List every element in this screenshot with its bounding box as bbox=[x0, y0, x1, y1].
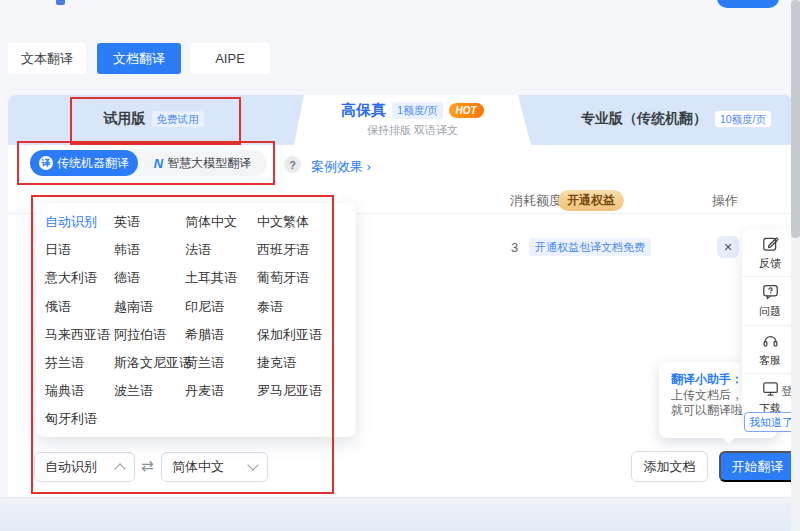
version-tab-hifi[interactable]: 高保真 1额度/页 HOT 保持排版 双语译文 bbox=[294, 95, 531, 145]
version-tab-pro[interactable]: 专业版（传统机翻） 10额度/页 bbox=[560, 95, 792, 143]
add-document-button[interactable]: 添加文档 bbox=[631, 451, 708, 482]
hifi-subtitle: 保持排版 双语译文 bbox=[294, 123, 531, 138]
engine-traditional-label: 传统机器翻译 bbox=[57, 155, 129, 172]
example-effect-link[interactable]: 案例效果 › bbox=[311, 158, 371, 176]
tooltip-confirm-button[interactable]: 我知道了 bbox=[744, 412, 798, 432]
tooltip-line2: 就可以翻译啦 bbox=[671, 402, 743, 419]
hot-badge: HOT bbox=[449, 103, 484, 118]
rail-label-question: 问题 bbox=[759, 304, 781, 319]
chevron-up-icon bbox=[114, 463, 125, 474]
rail-label-support: 客服 bbox=[759, 353, 781, 368]
language-option[interactable]: 捷克语 bbox=[257, 354, 356, 372]
language-option[interactable]: 马来西亚语 bbox=[45, 326, 114, 344]
language-option[interactable]: 丹麦语 bbox=[185, 382, 257, 400]
language-option[interactable]: 印尼语 bbox=[185, 298, 257, 316]
row-benefit-link[interactable]: 开通权益包译文档免费 bbox=[529, 238, 651, 256]
language-option[interactable]: 法语 bbox=[185, 241, 257, 259]
tab-aipe[interactable]: AIPE bbox=[190, 43, 270, 74]
monitor-icon bbox=[761, 379, 780, 398]
footer-strip bbox=[0, 497, 800, 531]
scrollbar-track[interactable] bbox=[791, 0, 800, 531]
target-language-select[interactable]: 简体中文 bbox=[161, 452, 268, 482]
language-dropdown-panel: 自动识别英语简体中文中文繁体日语韩语法语西班牙语意大利语德语土耳其语葡萄牙语俄语… bbox=[36, 203, 356, 437]
language-option[interactable]: 意大利语 bbox=[45, 269, 114, 287]
headset-icon bbox=[761, 331, 780, 350]
pro-quota-badge: 10额度/页 bbox=[715, 111, 771, 128]
language-option[interactable]: 斯洛文尼亚语 bbox=[114, 354, 185, 372]
llm-n-icon: N bbox=[154, 156, 163, 171]
header-action: 操作 bbox=[712, 192, 738, 210]
language-option[interactable]: 自动识别 bbox=[45, 213, 114, 231]
engine-toggle-group: 译 传统机器翻译 N 智慧大模型翻译 bbox=[30, 150, 267, 176]
language-option[interactable]: 芬兰语 bbox=[45, 354, 114, 372]
rail-item-support[interactable]: 客服 bbox=[742, 325, 798, 373]
chevron-down-icon bbox=[247, 459, 258, 470]
language-option[interactable]: 阿拉伯语 bbox=[114, 326, 185, 344]
rail-item-question[interactable]: 问题 bbox=[742, 276, 798, 324]
language-option[interactable]: 土耳其语 bbox=[185, 269, 257, 287]
language-option[interactable]: 波兰语 bbox=[114, 382, 185, 400]
engine-llm-smart[interactable]: N 智慧大模型翻译 bbox=[138, 150, 267, 176]
language-option[interactable]: 荷兰语 bbox=[185, 354, 257, 372]
source-language-select[interactable]: 自动识别 bbox=[34, 452, 135, 482]
trial-title: 试用版 bbox=[104, 110, 146, 128]
document-translation-page: 文本翻译 文档翻译 AIPE 试用版 免费试用 高保真 1额度/页 HOT 保持… bbox=[0, 0, 800, 531]
source-language-value: 自动识别 bbox=[45, 458, 97, 476]
language-option[interactable]: 韩语 bbox=[114, 241, 185, 259]
cut-off-logo-fragment bbox=[56, 0, 65, 5]
translate-disc-icon: 译 bbox=[39, 156, 53, 170]
tooltip-title: 翻译小助手： bbox=[671, 371, 743, 388]
language-option[interactable]: 保加利亚语 bbox=[257, 326, 356, 344]
start-translate-button[interactable]: 开始翻译 bbox=[719, 451, 796, 482]
cut-off-top-button[interactable] bbox=[717, 0, 779, 8]
hifi-quota-badge: 1额度/页 bbox=[392, 102, 442, 119]
hifi-title: 高保真 bbox=[341, 101, 386, 120]
help-icon[interactable]: ? bbox=[284, 156, 301, 173]
open-benefits-badge[interactable]: 开通权益 bbox=[558, 190, 624, 211]
header-quota: 消耗额度 bbox=[510, 192, 562, 210]
language-option[interactable]: 简体中文 bbox=[185, 213, 257, 231]
rail-item-feedback[interactable]: 反馈 bbox=[742, 229, 798, 276]
edit-icon bbox=[761, 234, 780, 253]
swap-languages-icon[interactable]: ⇄ bbox=[141, 457, 154, 475]
trial-free-badge: 免费试用 bbox=[152, 111, 204, 128]
language-option[interactable]: 瑞典语 bbox=[45, 382, 114, 400]
engine-traditional-mt[interactable]: 译 传统机器翻译 bbox=[30, 150, 138, 176]
language-option[interactable]: 中文繁体 bbox=[257, 213, 356, 231]
engine-llm-label: 智慧大模型翻译 bbox=[167, 155, 251, 172]
language-option[interactable]: 俄语 bbox=[45, 298, 114, 316]
language-option[interactable]: 罗马尼亚语 bbox=[257, 382, 356, 400]
scrollbar-thumb[interactable] bbox=[791, 0, 800, 238]
question-bubble-icon bbox=[761, 282, 780, 301]
language-option[interactable]: 希腊语 bbox=[185, 326, 257, 344]
language-option[interactable]: 葡萄牙语 bbox=[257, 269, 356, 287]
language-option[interactable]: 英语 bbox=[114, 213, 185, 231]
row-quota-value: 3 bbox=[511, 240, 518, 255]
language-option[interactable]: 匈牙利语 bbox=[45, 410, 114, 428]
tab-text-translation[interactable]: 文本翻译 bbox=[8, 43, 86, 74]
remove-file-button[interactable]: × bbox=[717, 236, 739, 258]
language-option[interactable]: 日语 bbox=[45, 241, 114, 259]
language-option[interactable]: 越南语 bbox=[114, 298, 185, 316]
pro-title: 专业版（传统机翻） bbox=[581, 110, 707, 128]
version-tab-trial[interactable]: 试用版 免费试用 bbox=[70, 95, 237, 143]
language-grid: 自动识别英语简体中文中文繁体日语韩语法语西班牙语意大利语德语土耳其语葡萄牙语俄语… bbox=[36, 203, 356, 434]
target-language-value: 简体中文 bbox=[172, 458, 224, 476]
tab-document-translation[interactable]: 文档翻译 bbox=[97, 43, 181, 74]
rail-label-feedback: 反馈 bbox=[759, 256, 781, 271]
language-option[interactable]: 西班牙语 bbox=[257, 241, 356, 259]
language-option[interactable]: 德语 bbox=[114, 269, 185, 287]
language-option[interactable]: 泰语 bbox=[257, 298, 356, 316]
